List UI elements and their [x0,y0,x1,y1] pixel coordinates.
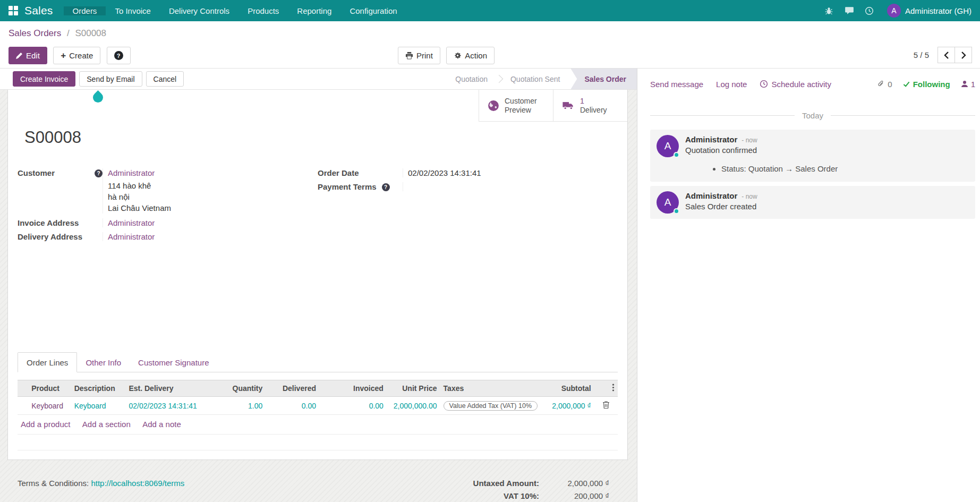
customer-preview-line2: Preview [505,106,537,115]
user-menu[interactable]: Administrator (GH) [905,6,972,15]
tax-badge[interactable]: Value Added Tax (VAT) 10% [444,401,538,411]
cell-description[interactable]: Keyboard [71,397,126,415]
address-line: Lai Châu Vietnam [108,202,318,214]
cell-product[interactable]: Keyboard [28,397,71,415]
form-pane: Create Invoice Send by Email Cancel Quot… [0,69,637,502]
empty-table-row [18,435,618,450]
col-subtotal: Subtotal [538,380,594,397]
customer-link[interactable]: Administrator [108,168,155,177]
cell-est-delivery[interactable]: 02/02/2023 14:31:41 [125,397,210,415]
nav-item-to-invoice[interactable]: To Invoice [106,6,160,15]
schedule-activity-button[interactable]: Schedule activity [760,80,831,89]
send-message-button[interactable]: Send message [650,80,703,89]
field-groups: Customer ? Administrator 114 hào khê hà … [18,168,618,246]
message-quotation-confirmed: A Administrator - now Quotation confirme… [650,130,975,182]
action-button[interactable]: Action [446,47,495,64]
terms-link[interactable]: http://localhost:8069/terms [91,479,184,488]
send-by-email-button[interactable]: Send by Email [79,71,142,87]
step-quotation-sent[interactable]: Quotation Sent [503,69,567,89]
followers-button[interactable]: 1 [961,80,975,89]
customer-help-icon[interactable]: ? [95,169,103,177]
step-sales-order[interactable]: Sales Order [570,69,637,89]
activities-clock-icon[interactable] [859,6,880,15]
check-icon [903,81,910,88]
delete-row-icon[interactable] [602,401,610,409]
help-button[interactable]: ? [107,47,131,64]
untaxed-amount-value: 2,000,000 ₫ [539,479,609,488]
payment-terms-value[interactable] [403,182,618,191]
cancel-button[interactable]: Cancel [146,71,184,87]
tracking-change: Status: Quotation → Sales Order [721,164,969,173]
notebook-tabs: Order Lines Other Info Customer Signatur… [18,352,618,372]
pager-previous-button[interactable] [938,47,955,63]
create-button[interactable]: + Create [53,47,100,64]
create-invoice-button[interactable]: Create Invoice [13,71,75,87]
attachments-button[interactable]: 0 [877,80,892,89]
delivery-button[interactable]: 1 Delivery [553,90,627,122]
vat-label: VAT 10%: [504,491,539,500]
payment-terms-help-icon[interactable]: ? [382,183,390,191]
tab-order-lines[interactable]: Order Lines [18,352,77,372]
table-row[interactable]: Keyboard Keyboard 02/02/2023 14:31:41 1.… [18,397,618,415]
messages-icon[interactable] [839,6,859,15]
truck-icon [562,101,575,110]
online-status-dot [674,152,679,158]
terms-label: Terms & Conditions: [18,479,89,488]
breadcrumb-current: S00008 [75,28,106,38]
cell-subtotal: 2,000,000 ₫ [538,397,594,415]
print-button[interactable]: Print [398,47,440,64]
message-author[interactable]: Administrator [685,191,737,200]
payment-terms-label: Payment Terms [318,182,377,191]
step-separator-icon [495,75,504,83]
step-quotation[interactable]: Quotation [448,69,495,89]
following-button[interactable]: Following [903,80,950,89]
pencil-icon [16,52,23,59]
add-product-link[interactable]: Add a product [21,420,70,429]
top-nav: Sales Orders To Invoice Delivery Control… [0,0,980,21]
handle-column-header [18,380,28,397]
onboarding-drop-icon[interactable] [91,90,105,105]
apps-grid-icon[interactable] [8,6,18,15]
pager-count: 5 / 5 [914,50,929,59]
customer-preview-button[interactable]: Customer Preview [479,90,553,122]
nav-item-configuration[interactable]: Configuration [340,6,406,15]
message-time: - now [742,137,757,144]
follower-count: 1 [971,80,975,89]
delivery-label: Delivery [580,106,607,115]
address-line: hà nội [108,191,318,202]
user-avatar[interactable]: A [887,4,901,18]
message-author[interactable]: Administrator [685,135,737,144]
optional-columns-icon[interactable] [612,384,615,392]
edit-button[interactable]: Edit [8,47,47,64]
cell-delivered[interactable]: 0.00 [266,397,319,415]
cell-invoiced[interactable]: 0.00 [330,397,387,415]
col-invoiced: Invoiced [330,380,387,397]
invoice-address-link[interactable]: Administrator [108,218,155,227]
pager-next-button[interactable] [955,47,972,63]
bug-icon[interactable] [819,6,839,15]
drag-handle[interactable] [18,397,28,415]
breadcrumb-sales-orders[interactable]: Sales Orders [8,28,61,38]
nav-item-orders[interactable]: Orders [64,6,106,15]
message-text: Quotation confirmed [685,146,969,155]
log-note-button[interactable]: Log note [716,80,747,89]
printer-icon [405,52,413,59]
order-date-value: 02/02/2023 14:31:41 [403,168,618,177]
question-icon: ? [114,51,123,60]
add-note-link[interactable]: Add a note [142,420,181,429]
cell-quantity[interactable]: 1.00 [210,397,266,415]
app-name[interactable]: Sales [24,4,53,17]
tab-other-info[interactable]: Other Info [77,352,130,372]
nav-item-delivery-controls[interactable]: Delivery Controls [160,6,238,15]
nav-item-reporting[interactable]: Reporting [288,6,340,15]
tab-customer-signature[interactable]: Customer Signature [130,352,217,372]
cell-unit-price[interactable]: 2,000,000.00 [387,397,440,415]
breadcrumb-separator: / [67,28,70,38]
add-section-link[interactable]: Add a section [82,420,131,429]
delivery-address-link[interactable]: Administrator [108,232,155,241]
totals: Untaxed Amount: 2,000,000 ₫ VAT 10%: 200… [473,479,609,502]
chatter: Send message Log note Schedule activity … [637,69,980,502]
col-taxes: Taxes [440,380,538,397]
nav-item-products[interactable]: Products [238,6,288,15]
message-time: - now [742,193,757,200]
